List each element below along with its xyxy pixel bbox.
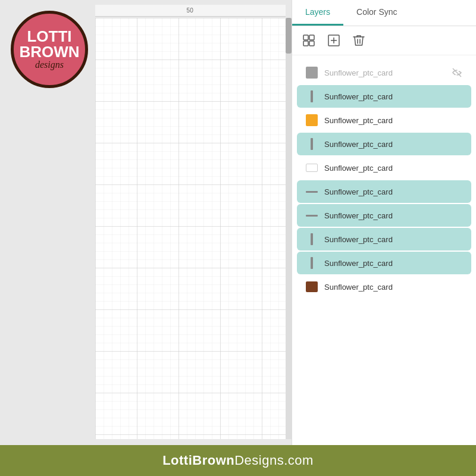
layer-toolbar	[292, 26, 476, 55]
layer-icon-bar2	[305, 137, 318, 151]
add-layer-button[interactable]	[324, 31, 343, 50]
visibility-icon[interactable]	[451, 67, 463, 79]
group-icon	[302, 34, 315, 47]
bar-icon	[311, 233, 313, 245]
layer-icon-gray	[305, 66, 318, 79]
right-panel: Layers Color Sync	[292, 0, 476, 445]
layer-icon-brown	[305, 280, 318, 293]
tabs-header: Layers Color Sync	[292, 0, 476, 26]
list-item[interactable]: Sunflower_ptc_card	[297, 156, 471, 179]
gray-swatch-icon	[306, 67, 318, 79]
layer-name: Sunflower_ptc_card	[324, 187, 463, 196]
brown-swatch-icon	[306, 281, 318, 292]
delete-layer-button[interactable]	[349, 31, 368, 50]
layers-list[interactable]: Sunflower_ptc_card Sunflower_ptc_card	[292, 55, 476, 445]
bar-icon	[311, 90, 313, 102]
layer-name: Sunflower_ptc_card	[324, 140, 463, 149]
layer-icon-line	[305, 185, 318, 198]
layer-icon-bar3	[305, 233, 318, 246]
delete-icon	[353, 34, 365, 47]
svg-rect-3	[309, 35, 314, 40]
layer-name: Sunflower_ptc_card	[324, 68, 445, 77]
list-item[interactable]: Sunflower_ptc_card	[297, 61, 471, 84]
add-layer-icon	[327, 34, 340, 47]
canvas-area: LOTTI BROWN designs 50	[0, 0, 292, 445]
tab-layers[interactable]: Layers	[292, 0, 343, 26]
line-icon	[306, 215, 318, 217]
list-item[interactable]: Sunflower_ptc_card	[297, 85, 471, 108]
layer-name: Sunflower_ptc_card	[324, 259, 463, 268]
list-item[interactable]: Sunflower_ptc_card	[297, 109, 471, 131]
layer-icon-line2	[305, 209, 318, 222]
footer-banner: LottiBrownDesigns.com	[0, 445, 476, 476]
list-item[interactable]: Sunflower_ptc_card	[297, 204, 471, 227]
main-area: LOTTI BROWN designs 50	[0, 0, 476, 445]
layer-icon-bar	[305, 90, 318, 103]
yellow-swatch-icon	[306, 114, 318, 126]
group-button[interactable]	[299, 31, 318, 50]
layer-icon-white	[305, 161, 318, 174]
layer-icon-yellow	[305, 114, 318, 127]
layer-icon-bar4	[305, 256, 318, 270]
svg-line-11	[453, 68, 461, 77]
white-swatch-icon	[306, 164, 318, 172]
logo: LOTTI BROWN designs	[11, 11, 88, 88]
svg-rect-4	[303, 41, 308, 46]
list-item[interactable]: Sunflower_ptc_card	[297, 180, 471, 203]
bar-icon	[311, 257, 313, 269]
layer-name: Sunflower_ptc_card	[324, 164, 463, 173]
ruler-top: 50	[95, 5, 286, 17]
grid-svg	[95, 18, 286, 439]
logo-designs: designs	[35, 60, 64, 70]
logo-lotti: LOTTI	[27, 29, 71, 44]
bar-icon	[311, 138, 313, 150]
footer-thin: Designs.com	[234, 453, 314, 468]
grid-canvas	[95, 18, 286, 439]
logo-brown: BROWN	[19, 44, 79, 60]
scrollbar-right[interactable]	[286, 18, 292, 439]
eye-off-icon	[452, 67, 462, 78]
layer-name: Sunflower_ptc_card	[324, 92, 463, 101]
list-item[interactable]: Sunflower_ptc_card	[297, 228, 471, 250]
tab-color-sync[interactable]: Color Sync	[343, 0, 410, 26]
layer-name: Sunflower_ptc_card	[324, 211, 463, 220]
logo-circle: LOTTI BROWN designs	[11, 11, 88, 88]
line-icon	[306, 191, 318, 193]
footer-bold: LottiBrown	[162, 453, 234, 468]
layer-name: Sunflower_ptc_card	[324, 283, 463, 292]
footer-text: LottiBrownDesigns.com	[162, 453, 314, 468]
layer-name: Sunflower_ptc_card	[324, 235, 463, 244]
list-item[interactable]: Sunflower_ptc_card	[297, 252, 471, 274]
layer-name: Sunflower_ptc_card	[324, 116, 463, 125]
svg-rect-1	[95, 18, 286, 439]
ruler-label: 50	[187, 7, 193, 14]
svg-rect-2	[303, 35, 308, 40]
list-item[interactable]: Sunflower_ptc_card	[297, 133, 471, 155]
scrollbar-thumb[interactable]	[286, 18, 292, 54]
list-item[interactable]: Sunflower_ptc_card	[297, 275, 471, 298]
svg-rect-5	[309, 41, 314, 46]
